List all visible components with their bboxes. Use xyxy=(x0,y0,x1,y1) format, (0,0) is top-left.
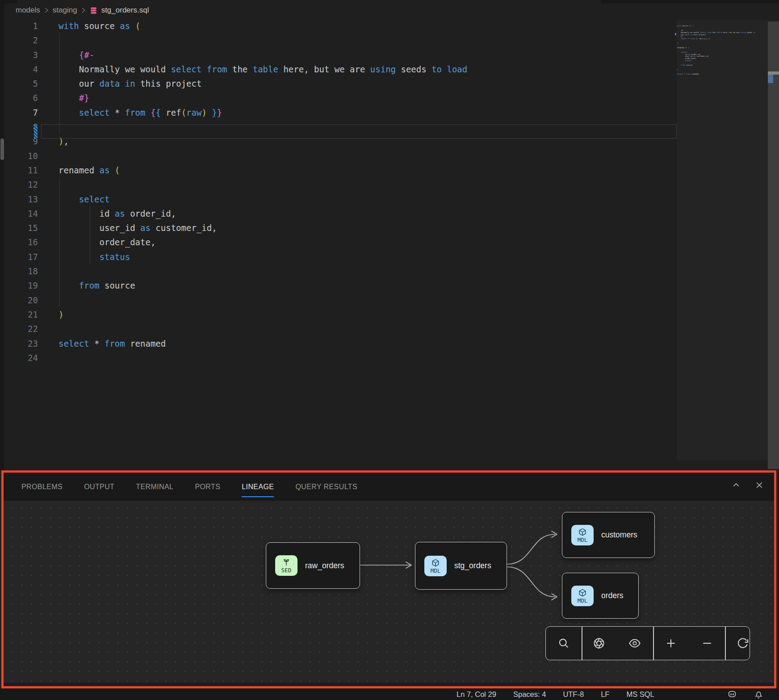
line-number: 14 xyxy=(0,206,38,221)
bell-icon xyxy=(754,690,763,699)
code-line[interactable]: 2 xyxy=(0,33,779,47)
overview-ruler-band xyxy=(768,71,779,75)
chevron-up-icon xyxy=(732,481,741,490)
overview-ruler-modified xyxy=(768,75,773,83)
cube-icon xyxy=(578,588,587,597)
lineage-node-orders[interactable]: MDL orders xyxy=(562,573,639,619)
chevron-right-icon xyxy=(81,7,86,13)
panel-tabbar: PROBLEMSOUTPUTTERMINALPORTSLINEAGEQUERY … xyxy=(4,473,774,501)
code-line[interactable]: 14 id as order_id, xyxy=(0,206,779,221)
code-line[interactable]: 19 from source xyxy=(0,278,779,293)
sql-database-icon xyxy=(90,7,97,14)
code-line[interactable]: 16 order_date, xyxy=(0,235,779,249)
code-line[interactable]: 17 status xyxy=(0,250,779,264)
minimap-slider[interactable] xyxy=(677,20,768,460)
node-badge: MDL xyxy=(578,537,588,543)
code-line[interactable]: 3 {#- xyxy=(0,48,779,62)
code-line[interactable]: 18 xyxy=(0,264,779,278)
tab-output[interactable]: OUTPUT xyxy=(84,473,114,501)
line-number: 7 xyxy=(0,105,38,120)
status-bar: Ln 7, Col 29Spaces: 4UTF-8LFMS SQL xyxy=(0,688,779,700)
line-number: 1 xyxy=(0,19,38,33)
line-number: 2 xyxy=(0,33,38,47)
model-type-chip: MDL xyxy=(571,586,594,606)
notifications-button[interactable] xyxy=(754,690,763,699)
line-number: 15 xyxy=(0,221,38,235)
line-number: 11 xyxy=(0,163,38,177)
copilot-button[interactable] xyxy=(727,689,737,699)
line-number: 9 xyxy=(0,134,38,148)
vertical-scrollbar[interactable] xyxy=(768,21,779,469)
seedling-icon xyxy=(282,558,291,567)
code-line[interactable]: 7 select * from {{ ref(raw) }} xyxy=(0,105,779,120)
code-line[interactable]: 1with source as ( xyxy=(0,19,779,33)
node-badge: SED xyxy=(281,567,292,573)
node-badge: MDL xyxy=(431,568,441,574)
node-label: orders xyxy=(601,591,624,600)
panel-close-button[interactable] xyxy=(753,479,766,491)
node-badge: MDL xyxy=(578,598,588,604)
panel-maximize-button[interactable] xyxy=(730,479,742,491)
seed-type-chip: SED xyxy=(275,555,297,576)
node-label: stg_orders xyxy=(454,561,491,570)
current-line-highlight xyxy=(41,124,677,138)
refresh-button[interactable] xyxy=(730,627,755,660)
code-line[interactable]: 4 Normally we would select from the tabl… xyxy=(0,62,779,76)
line-number: 5 xyxy=(0,76,38,91)
line-number: 23 xyxy=(0,336,38,351)
line-number: 13 xyxy=(0,192,38,206)
model-type-chip: MDL xyxy=(571,525,594,545)
vscode-window: models staging stg_orders.sql 1with sour… xyxy=(0,0,779,700)
lineage-node-raw-orders[interactable]: SED raw_orders xyxy=(266,542,360,589)
tab-lineage[interactable]: LINEAGE xyxy=(242,473,274,501)
line-number: 12 xyxy=(0,177,38,192)
code-line[interactable]: 11renamed as ( xyxy=(0,163,779,177)
tab-ports[interactable]: PORTS xyxy=(195,473,220,501)
code-line[interactable]: 12 xyxy=(0,177,779,192)
status-item[interactable]: UTF-8 xyxy=(563,690,584,699)
node-label: raw_orders xyxy=(305,561,344,570)
code-line[interactable]: 21) xyxy=(0,307,779,322)
tab-terminal[interactable]: TERMINAL xyxy=(136,473,173,501)
status-item[interactable]: LF xyxy=(601,690,609,699)
zoom-in-button[interactable] xyxy=(658,627,683,660)
line-number: 20 xyxy=(0,293,38,307)
node-label: customers xyxy=(601,530,637,540)
refresh-icon xyxy=(737,637,749,650)
code-line[interactable]: 23select * from renamed xyxy=(0,336,779,351)
tab-query-results[interactable]: QUERY RESULTS xyxy=(295,473,357,501)
git-modified-marker xyxy=(34,125,38,138)
line-number: 17 xyxy=(0,250,38,264)
minimap-modified-marker xyxy=(675,33,676,35)
line-number: 3 xyxy=(0,48,38,62)
visibility-button[interactable] xyxy=(622,627,647,660)
breadcrumb-item-staging[interactable]: staging xyxy=(53,6,77,15)
code-line[interactable]: 13 select xyxy=(0,192,779,206)
aperture-button[interactable] xyxy=(586,627,611,660)
line-number: 18 xyxy=(0,264,38,278)
code-line[interactable]: 15 user_id as customer_id, xyxy=(0,221,779,235)
lineage-node-customers[interactable]: MDL customers xyxy=(562,512,655,558)
code-line[interactable]: 20 xyxy=(0,293,779,307)
zoom-out-button[interactable] xyxy=(695,627,720,660)
lineage-node-stg-orders[interactable]: MDL stg_orders xyxy=(415,542,507,590)
line-number: 6 xyxy=(0,91,38,105)
code-line[interactable]: 10 xyxy=(0,149,779,163)
code-line[interactable]: 24 xyxy=(0,351,779,365)
line-number: 22 xyxy=(0,322,38,336)
tab-problems[interactable]: PROBLEMS xyxy=(21,473,63,501)
breadcrumb-file-name[interactable]: stg_orders.sql xyxy=(101,6,149,15)
code-line[interactable]: 6 #} xyxy=(0,91,779,105)
code-line[interactable]: 22 xyxy=(0,322,779,336)
status-item[interactable]: MS SQL xyxy=(626,690,654,699)
status-item[interactable]: Spaces: 4 xyxy=(513,690,546,699)
lineage-toolbar xyxy=(545,626,750,660)
code-line[interactable]: 5 our data in this project xyxy=(0,76,779,91)
status-item[interactable]: Ln 7, Col 29 xyxy=(457,690,496,699)
cube-icon xyxy=(431,558,440,567)
breadcrumb-item-models[interactable]: models xyxy=(16,6,40,15)
copilot-icon xyxy=(727,689,737,699)
code-editor[interactable]: 1with source as (23 {#-4 Normally we wou… xyxy=(0,19,779,365)
search-button[interactable] xyxy=(551,627,576,660)
aperture-icon xyxy=(593,637,605,650)
